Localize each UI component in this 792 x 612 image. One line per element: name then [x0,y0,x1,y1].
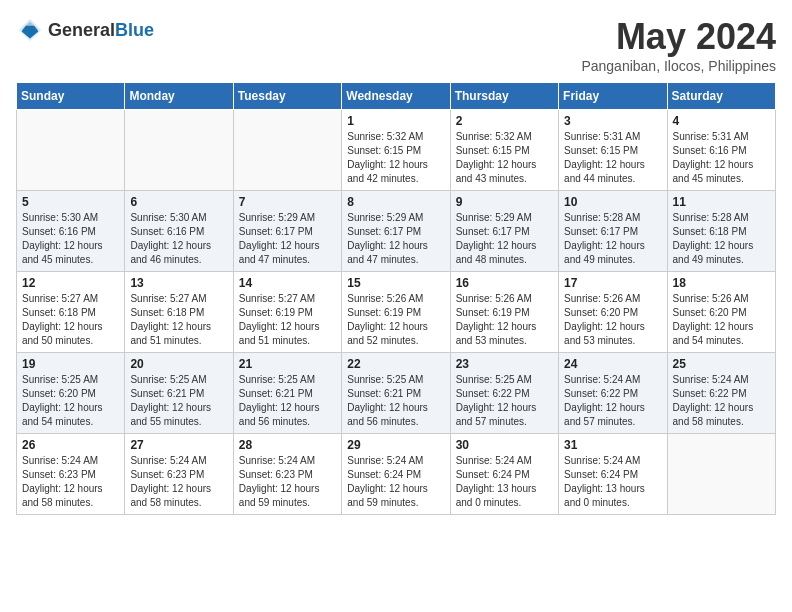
day-number: 11 [673,195,770,209]
calendar-cell: 24Sunrise: 5:24 AM Sunset: 6:22 PM Dayli… [559,353,667,434]
calendar-cell: 8Sunrise: 5:29 AM Sunset: 6:17 PM Daylig… [342,191,450,272]
day-number: 22 [347,357,444,371]
day-number: 10 [564,195,661,209]
day-info: Sunrise: 5:27 AM Sunset: 6:18 PM Dayligh… [22,292,119,348]
day-number: 17 [564,276,661,290]
day-number: 6 [130,195,227,209]
day-info: Sunrise: 5:24 AM Sunset: 6:24 PM Dayligh… [347,454,444,510]
week-row: 5Sunrise: 5:30 AM Sunset: 6:16 PM Daylig… [17,191,776,272]
header-cell-monday: Monday [125,83,233,110]
calendar-cell: 27Sunrise: 5:24 AM Sunset: 6:23 PM Dayli… [125,434,233,515]
header-row: SundayMondayTuesdayWednesdayThursdayFrid… [17,83,776,110]
day-number: 18 [673,276,770,290]
calendar-cell: 30Sunrise: 5:24 AM Sunset: 6:24 PM Dayli… [450,434,558,515]
day-number: 29 [347,438,444,452]
day-number: 4 [673,114,770,128]
day-number: 28 [239,438,336,452]
header-cell-friday: Friday [559,83,667,110]
day-number: 7 [239,195,336,209]
calendar-cell [667,434,775,515]
day-number: 24 [564,357,661,371]
day-number: 23 [456,357,553,371]
day-info: Sunrise: 5:27 AM Sunset: 6:19 PM Dayligh… [239,292,336,348]
title-block: May 2024 Panganiban, Ilocos, Philippines [581,16,776,74]
day-info: Sunrise: 5:24 AM Sunset: 6:24 PM Dayligh… [564,454,661,510]
day-info: Sunrise: 5:28 AM Sunset: 6:17 PM Dayligh… [564,211,661,267]
calendar-cell: 28Sunrise: 5:24 AM Sunset: 6:23 PM Dayli… [233,434,341,515]
calendar-cell: 17Sunrise: 5:26 AM Sunset: 6:20 PM Dayli… [559,272,667,353]
day-number: 2 [456,114,553,128]
logo-blue: Blue [115,20,154,40]
day-info: Sunrise: 5:28 AM Sunset: 6:18 PM Dayligh… [673,211,770,267]
calendar-cell: 26Sunrise: 5:24 AM Sunset: 6:23 PM Dayli… [17,434,125,515]
day-info: Sunrise: 5:24 AM Sunset: 6:23 PM Dayligh… [22,454,119,510]
calendar-cell: 14Sunrise: 5:27 AM Sunset: 6:19 PM Dayli… [233,272,341,353]
day-number: 12 [22,276,119,290]
day-info: Sunrise: 5:27 AM Sunset: 6:18 PM Dayligh… [130,292,227,348]
calendar-cell: 22Sunrise: 5:25 AM Sunset: 6:21 PM Dayli… [342,353,450,434]
day-number: 19 [22,357,119,371]
day-info: Sunrise: 5:31 AM Sunset: 6:16 PM Dayligh… [673,130,770,186]
calendar-header: SundayMondayTuesdayWednesdayThursdayFrid… [17,83,776,110]
header-cell-saturday: Saturday [667,83,775,110]
calendar-cell: 29Sunrise: 5:24 AM Sunset: 6:24 PM Dayli… [342,434,450,515]
week-row: 19Sunrise: 5:25 AM Sunset: 6:20 PM Dayli… [17,353,776,434]
calendar-cell: 1Sunrise: 5:32 AM Sunset: 6:15 PM Daylig… [342,110,450,191]
calendar-cell: 23Sunrise: 5:25 AM Sunset: 6:22 PM Dayli… [450,353,558,434]
week-row: 12Sunrise: 5:27 AM Sunset: 6:18 PM Dayli… [17,272,776,353]
day-info: Sunrise: 5:29 AM Sunset: 6:17 PM Dayligh… [239,211,336,267]
page-header: GeneralBlue May 2024 Panganiban, Ilocos,… [16,16,776,74]
day-info: Sunrise: 5:25 AM Sunset: 6:22 PM Dayligh… [456,373,553,429]
calendar-cell: 16Sunrise: 5:26 AM Sunset: 6:19 PM Dayli… [450,272,558,353]
day-info: Sunrise: 5:32 AM Sunset: 6:15 PM Dayligh… [456,130,553,186]
day-number: 25 [673,357,770,371]
day-number: 5 [22,195,119,209]
day-number: 31 [564,438,661,452]
day-info: Sunrise: 5:26 AM Sunset: 6:19 PM Dayligh… [347,292,444,348]
day-number: 20 [130,357,227,371]
logo: GeneralBlue [16,16,154,44]
day-info: Sunrise: 5:26 AM Sunset: 6:20 PM Dayligh… [673,292,770,348]
day-info: Sunrise: 5:26 AM Sunset: 6:20 PM Dayligh… [564,292,661,348]
header-cell-sunday: Sunday [17,83,125,110]
day-number: 21 [239,357,336,371]
calendar-cell: 5Sunrise: 5:30 AM Sunset: 6:16 PM Daylig… [17,191,125,272]
day-number: 30 [456,438,553,452]
month-title: May 2024 [581,16,776,58]
calendar-cell: 3Sunrise: 5:31 AM Sunset: 6:15 PM Daylig… [559,110,667,191]
day-info: Sunrise: 5:25 AM Sunset: 6:21 PM Dayligh… [239,373,336,429]
calendar-cell: 25Sunrise: 5:24 AM Sunset: 6:22 PM Dayli… [667,353,775,434]
calendar-cell: 9Sunrise: 5:29 AM Sunset: 6:17 PM Daylig… [450,191,558,272]
logo-text: GeneralBlue [48,20,154,41]
day-info: Sunrise: 5:24 AM Sunset: 6:23 PM Dayligh… [130,454,227,510]
day-info: Sunrise: 5:25 AM Sunset: 6:20 PM Dayligh… [22,373,119,429]
day-info: Sunrise: 5:24 AM Sunset: 6:24 PM Dayligh… [456,454,553,510]
calendar-cell [17,110,125,191]
day-number: 9 [456,195,553,209]
header-cell-wednesday: Wednesday [342,83,450,110]
header-cell-thursday: Thursday [450,83,558,110]
calendar-cell: 15Sunrise: 5:26 AM Sunset: 6:19 PM Dayli… [342,272,450,353]
week-row: 1Sunrise: 5:32 AM Sunset: 6:15 PM Daylig… [17,110,776,191]
day-number: 13 [130,276,227,290]
day-number: 27 [130,438,227,452]
calendar-table: SundayMondayTuesdayWednesdayThursdayFrid… [16,82,776,515]
calendar-cell: 13Sunrise: 5:27 AM Sunset: 6:18 PM Dayli… [125,272,233,353]
day-info: Sunrise: 5:29 AM Sunset: 6:17 PM Dayligh… [347,211,444,267]
calendar-cell [233,110,341,191]
day-number: 26 [22,438,119,452]
day-number: 8 [347,195,444,209]
day-info: Sunrise: 5:25 AM Sunset: 6:21 PM Dayligh… [130,373,227,429]
day-number: 15 [347,276,444,290]
day-info: Sunrise: 5:24 AM Sunset: 6:22 PM Dayligh… [564,373,661,429]
calendar-cell: 21Sunrise: 5:25 AM Sunset: 6:21 PM Dayli… [233,353,341,434]
calendar-cell: 31Sunrise: 5:24 AM Sunset: 6:24 PM Dayli… [559,434,667,515]
calendar-cell: 4Sunrise: 5:31 AM Sunset: 6:16 PM Daylig… [667,110,775,191]
day-info: Sunrise: 5:30 AM Sunset: 6:16 PM Dayligh… [130,211,227,267]
calendar-cell: 6Sunrise: 5:30 AM Sunset: 6:16 PM Daylig… [125,191,233,272]
calendar-cell: 10Sunrise: 5:28 AM Sunset: 6:17 PM Dayli… [559,191,667,272]
day-info: Sunrise: 5:30 AM Sunset: 6:16 PM Dayligh… [22,211,119,267]
day-info: Sunrise: 5:24 AM Sunset: 6:23 PM Dayligh… [239,454,336,510]
week-row: 26Sunrise: 5:24 AM Sunset: 6:23 PM Dayli… [17,434,776,515]
day-info: Sunrise: 5:24 AM Sunset: 6:22 PM Dayligh… [673,373,770,429]
